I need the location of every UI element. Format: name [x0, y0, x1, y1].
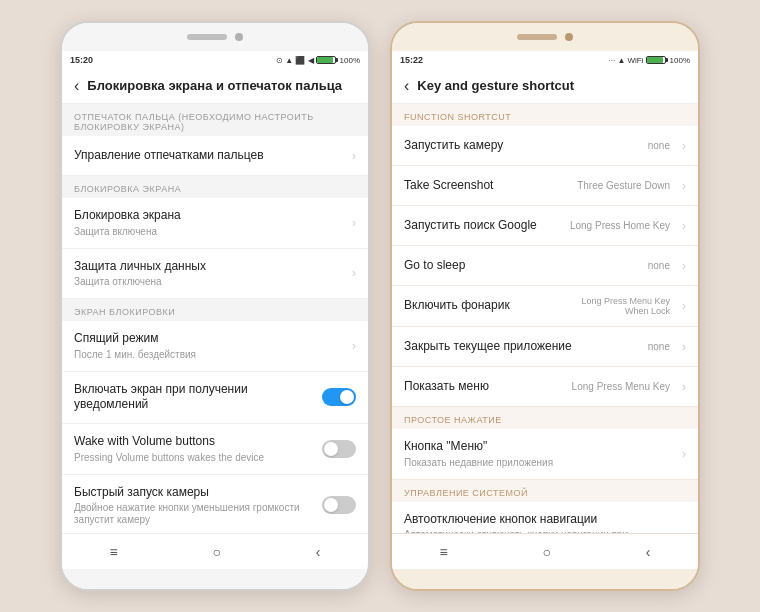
list-item-data-protection[interactable]: Защита личных данных Защита отключена ›: [62, 249, 368, 300]
toggle-wake-volume[interactable]: [322, 440, 356, 458]
time-left: 15:20: [70, 55, 93, 65]
section-header-lock: БЛОКИРОВКА ЭКРАНА: [62, 176, 368, 198]
phone-right-top: [392, 23, 698, 51]
arrow-sleep-r: ›: [682, 259, 686, 273]
back-button-right[interactable]: ‹: [404, 77, 409, 95]
status-bar-left: 15:20 ⊙ ▲ ⬛ ◀ 100%: [62, 51, 368, 69]
arrow-data-protection: ›: [352, 266, 356, 280]
camera-right: [565, 33, 573, 41]
toggle-wake-notif[interactable]: [322, 388, 356, 406]
section-header-lockscreen: ЭКРАН БЛОКИРОВКИ: [62, 299, 368, 321]
header-left: ‹ Блокировка экрана и отпечаток пальца: [62, 69, 368, 104]
section-header-fingerprint: ОТПЕЧАТОК ПАЛЬЦА (НЕОБХОДИМО НАСТРОИТЬ Б…: [62, 104, 368, 136]
phone-left-top: [62, 23, 368, 51]
arrow-menu-button: ›: [682, 447, 686, 461]
arrow-screenshot: ›: [682, 179, 686, 193]
list-item-menu-button[interactable]: Кнопка "Меню" Показать недавние приложен…: [392, 429, 698, 480]
nav-menu-left[interactable]: ≡: [109, 544, 117, 560]
nav-right: ≡ ○ ‹: [392, 533, 698, 569]
section-header-simple: ПРОСТОЕ НАЖАТИЕ: [392, 407, 698, 429]
arrow-launch-camera: ›: [682, 139, 686, 153]
phone-left: 15:20 ⊙ ▲ ⬛ ◀ 100% ‹ Блокировка экрана и…: [60, 21, 370, 591]
back-button-left[interactable]: ‹: [74, 77, 79, 95]
section-header-function: FUNCTION SHORTCUT: [392, 104, 698, 126]
list-item-screenshot[interactable]: Take Screenshot Three Gesture Down ›: [392, 166, 698, 206]
content-left[interactable]: ОТПЕЧАТОК ПАЛЬЦА (НЕОБХОДИМО НАСТРОИТЬ Б…: [62, 104, 368, 533]
battery-right: [646, 56, 666, 64]
list-item-flashlight[interactable]: Включить фонарик Long Press Menu Key Whe…: [392, 286, 698, 327]
arrow-google: ›: [682, 219, 686, 233]
battery-left: [316, 56, 336, 64]
nav-menu-right[interactable]: ≡: [439, 544, 447, 560]
status-icons-right: ··· ▲ WiFi 100%: [609, 56, 691, 65]
screen-left: ‹ Блокировка экрана и отпечаток пальца О…: [62, 69, 368, 533]
camera-left: [235, 33, 243, 41]
nav-back-left[interactable]: ‹: [316, 544, 321, 560]
list-item-auto-hide-nav[interactable]: Автоотключение кнопок навигации Автомати…: [392, 502, 698, 533]
list-item-launch-camera[interactable]: Запустить камеру none ›: [392, 126, 698, 166]
status-bar-right: 15:22 ··· ▲ WiFi 100%: [392, 51, 698, 69]
speaker-left: [187, 34, 227, 40]
arrow-show-menu: ›: [682, 380, 686, 394]
title-left: Блокировка экрана и отпечаток пальца: [87, 78, 342, 94]
bottom-bar-left: [62, 569, 368, 589]
status-icons-left: ⊙ ▲ ⬛ ◀ 100%: [276, 56, 360, 65]
list-item-screen-lock[interactable]: Блокировка экрана Защита включена ›: [62, 198, 368, 249]
content-right[interactable]: FUNCTION SHORTCUT Запустить камеру none …: [392, 104, 698, 533]
phone-right: 15:22 ··· ▲ WiFi 100% ‹ Key and gesture …: [390, 21, 700, 591]
nav-left: ≡ ○ ‹: [62, 533, 368, 569]
arrow-sleep: ›: [352, 339, 356, 353]
list-item-wake-notif[interactable]: Включать экран при получении уведомлений: [62, 372, 368, 424]
arrow-close-app: ›: [682, 340, 686, 354]
arrow-flashlight: ›: [682, 299, 686, 313]
screen-right: ‹ Key and gesture shortcut FUNCTION SHOR…: [392, 69, 698, 533]
speaker-right: [517, 34, 557, 40]
list-item-sleep[interactable]: Спящий режим После 1 мин. бездействия ›: [62, 321, 368, 372]
list-item-sleep-r[interactable]: Go to sleep none ›: [392, 246, 698, 286]
header-right: ‹ Key and gesture shortcut: [392, 69, 698, 104]
list-item-manage-fingerprints[interactable]: Управление отпечатками пальцев ›: [62, 136, 368, 176]
toggle-quick-camera[interactable]: [322, 496, 356, 514]
list-item-wake-volume[interactable]: Wake with Volume buttons Pressing Volume…: [62, 424, 368, 475]
arrow-screen-lock: ›: [352, 216, 356, 230]
time-right: 15:22: [400, 55, 423, 65]
nav-home-right[interactable]: ○: [543, 544, 551, 560]
section-header-system: УПРАВЛЕНИЕ СИСТЕМОЙ: [392, 480, 698, 502]
list-item-google[interactable]: Запустить поиск Google Long Press Home K…: [392, 206, 698, 246]
nav-home-left[interactable]: ○: [213, 544, 221, 560]
bottom-bar-right: [392, 569, 698, 589]
arrow-manage-fingerprints: ›: [352, 149, 356, 163]
title-right: Key and gesture shortcut: [417, 78, 574, 94]
list-item-close-app[interactable]: Закрыть текущее приложение none ›: [392, 327, 698, 367]
list-item-show-menu[interactable]: Показать меню Long Press Menu Key ›: [392, 367, 698, 407]
list-item-quick-camera[interactable]: Быстрый запуск камеры Двойное нажатие кн…: [62, 475, 368, 533]
nav-back-right[interactable]: ‹: [646, 544, 651, 560]
